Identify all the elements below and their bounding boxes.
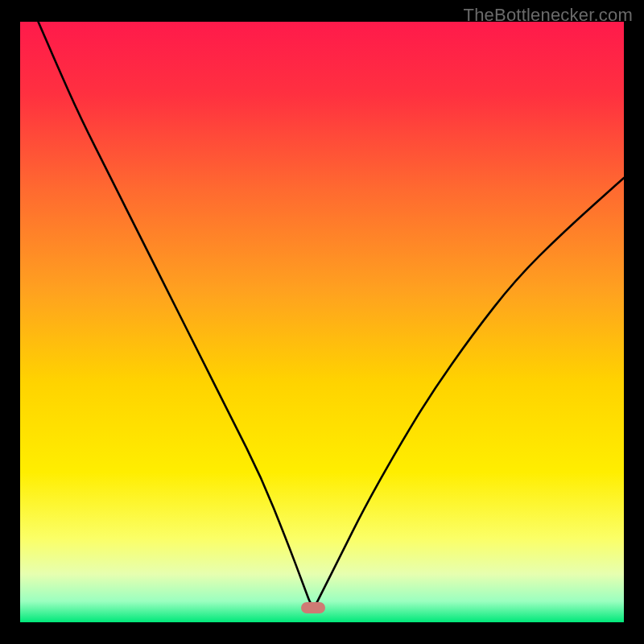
bottleneck-curve: [20, 22, 624, 622]
chart-frame: TheBottlenecker.com: [0, 0, 644, 644]
plot-area: [20, 22, 624, 622]
optimal-point-marker: [301, 602, 325, 613]
attribution-text: TheBottlenecker.com: [464, 5, 633, 26]
